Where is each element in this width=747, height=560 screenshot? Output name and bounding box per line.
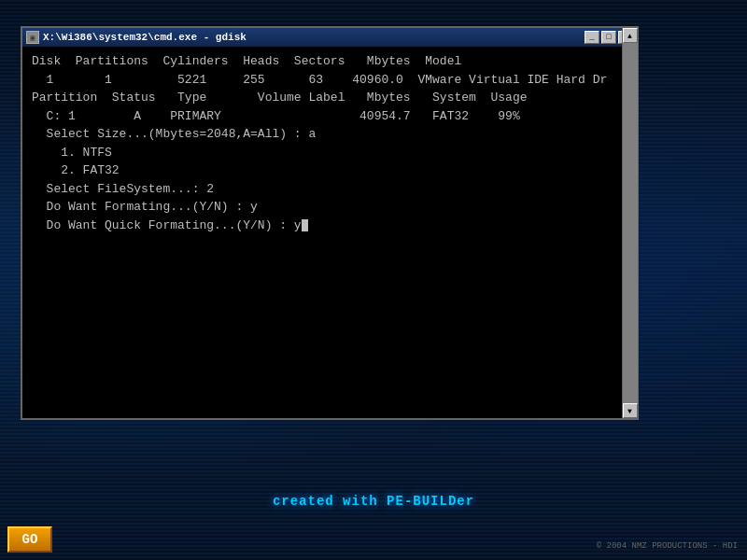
window-icon: ▣ bbox=[26, 31, 39, 44]
console-line-fs-1: 1. NTFS bbox=[32, 144, 627, 162]
console-line-select-size: Select Size...(Mbytes=2048,A=All) : a bbox=[32, 125, 627, 144]
console-line-format-q: Do Want Formating...(Y/N) : y bbox=[32, 198, 627, 217]
console-line-quick-fmt: Do Want Quick Formating...(Y/N) : y bbox=[32, 217, 627, 235]
cursor bbox=[302, 219, 308, 231]
console-line-part-data: C: 1 A PRIMARY 40954.7 FAT32 99% bbox=[32, 107, 627, 126]
console-line-disk-header: Disk Partitions Cylinders Heads Sectors … bbox=[32, 52, 627, 71]
console-line-disk-data: 1 1 5221 255 63 40960.0 VMware Virtual I… bbox=[32, 71, 627, 90]
cmd-window: ▣ X:\Wi386\system32\cmd.exe - gdisk _ □ … bbox=[21, 26, 639, 420]
desktop: ▣ X:\Wi386\system32\cmd.exe - gdisk _ □ … bbox=[0, 0, 747, 560]
console-line-fs-2: 2. FAT32 bbox=[32, 161, 627, 180]
console-line-select-fs: Select FileSystem...: 2 bbox=[32, 180, 627, 199]
title-bar-left: ▣ X:\Wi386\system32\cmd.exe - gdisk bbox=[26, 31, 247, 44]
copyright: © 2004 NMZ PRODUCTIONS - HDI bbox=[597, 541, 738, 551]
console-line-part-header: Partition Status Type Volume Label Mbyte… bbox=[32, 89, 627, 107]
title-bar: ▣ X:\Wi386\system32\cmd.exe - gdisk _ □ … bbox=[22, 28, 637, 47]
window-title: X:\Wi386\system32\cmd.exe - gdisk bbox=[43, 32, 247, 43]
watermark-text: created with PE-BUILDer bbox=[273, 494, 474, 509]
minimize-button[interactable]: _ bbox=[585, 31, 599, 44]
console-output: Disk Partitions Cylinders Heads Sectors … bbox=[22, 47, 637, 418]
scrollbar[interactable]: ▲ ▼ bbox=[622, 47, 637, 418]
maximize-button[interactable]: □ bbox=[601, 31, 616, 44]
scroll-track bbox=[623, 47, 638, 403]
go-button[interactable]: GO bbox=[7, 526, 52, 553]
watermark: created with PE-BUILDer bbox=[0, 494, 747, 509]
go-label: GO bbox=[22, 532, 38, 547]
scroll-down[interactable]: ▼ bbox=[623, 403, 638, 418]
